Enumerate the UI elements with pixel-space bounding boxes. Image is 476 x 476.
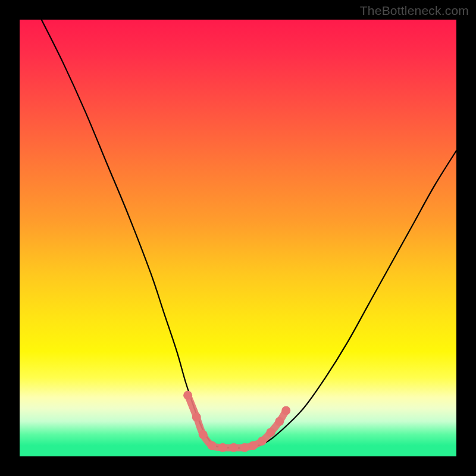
marker-dot — [249, 441, 258, 450]
marker-dot — [183, 391, 192, 400]
marker-dot — [229, 443, 238, 452]
marker-dot — [207, 441, 216, 450]
plot-area — [20, 20, 456, 456]
bottleneck-curve-svg — [20, 20, 456, 456]
marker-dot — [199, 430, 208, 439]
watermark-text: TheBottleneck.com — [360, 4, 469, 18]
bottleneck-curve — [42, 20, 456, 448]
marker-dot — [192, 412, 201, 421]
marker-dot — [258, 437, 267, 446]
marker-dot — [240, 443, 249, 452]
curve-group — [42, 20, 456, 452]
marker-overlay — [188, 395, 286, 447]
chart-frame: TheBottleneck.com — [0, 0, 476, 476]
marker-dot — [275, 417, 284, 426]
marker-dot — [281, 406, 290, 415]
marker-dot — [267, 428, 275, 437]
marker-dot — [218, 443, 227, 452]
